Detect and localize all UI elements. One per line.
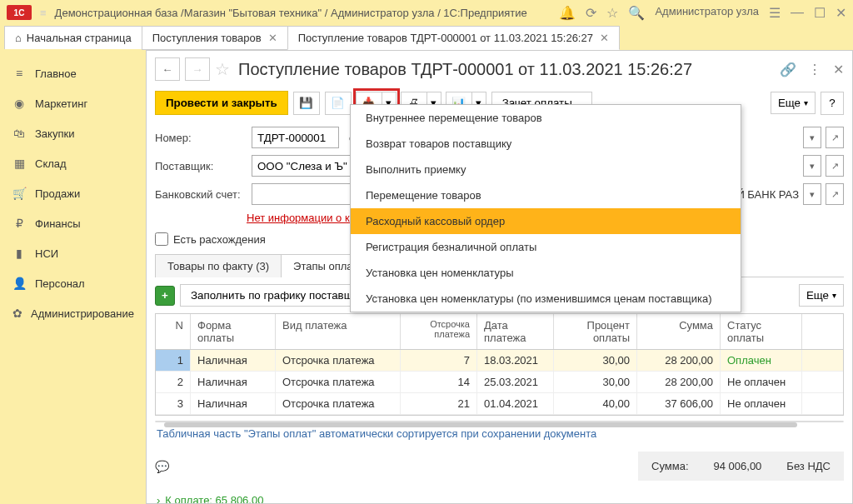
- more-button[interactable]: Еще ▾: [771, 92, 816, 114]
- cell-percent: 30,00: [554, 372, 637, 392]
- cart-icon: 🛒: [12, 186, 27, 201]
- col-delay[interactable]: Отсрочка платежа: [401, 314, 477, 349]
- sidebar-item-main[interactable]: ≡Главное: [0, 58, 146, 88]
- col-date[interactable]: Дата платежа: [477, 314, 554, 349]
- field-open-button[interactable]: ↗: [826, 183, 844, 205]
- table-row[interactable]: 2 Наличная Отсрочка платежа 14 25.03.202…: [156, 372, 843, 393]
- h-scrollbar[interactable]: [155, 421, 844, 422]
- vat-label: Без НДС: [786, 460, 831, 472]
- table-row[interactable]: 1 Наличная Отсрочка платежа 7 18.03.2021…: [156, 350, 843, 372]
- home-icon: ⌂: [15, 32, 22, 44]
- document-title: Поступление товаров ТДРТ-000001 от 11.03…: [238, 60, 775, 79]
- chevron-right-icon: ›: [157, 494, 160, 504]
- cell-date: 18.03.2021: [477, 350, 554, 371]
- help-button[interactable]: ?: [821, 92, 844, 115]
- user-label[interactable]: Администратор узла: [655, 5, 759, 21]
- marketing-icon: ◉: [12, 96, 27, 111]
- save-button[interactable]: 💾: [293, 92, 320, 115]
- logo-1c: 1C: [7, 5, 32, 20]
- sidebar-item-sales[interactable]: 🛒Продажи: [0, 178, 146, 208]
- table-row[interactable]: 3 Наличная Отсрочка платежа 21 01.04.202…: [156, 393, 843, 415]
- tab-receipts[interactable]: Поступления товаров ✕: [142, 26, 288, 50]
- bank-right-text: Й БАНК РАЗ: [736, 188, 799, 201]
- sidebar-item-personnel[interactable]: 👤Персонал: [0, 268, 146, 298]
- sidebar-label: Маркетинг: [35, 97, 87, 110]
- cell-type: Отсрочка платежа: [276, 372, 401, 392]
- post-close-button[interactable]: Провести и закрыть: [155, 91, 288, 115]
- cell-status: Оплачен: [721, 350, 802, 371]
- link-icon[interactable]: 🔗: [780, 62, 796, 77]
- chat-icon[interactable]: 💬: [155, 460, 169, 473]
- menu-item[interactable]: Регистрация безналичной оплаты: [351, 234, 741, 260]
- menu-item[interactable]: Внутреннее перемещение товаров: [351, 105, 741, 131]
- doc-header: ← → ☆ Поступление товаров ТДРТ-000001 от…: [147, 51, 852, 87]
- sidebar-label: Главное: [35, 67, 77, 80]
- titlebar: 1C ≡ Демонстрационная база /Магазин "Быт…: [0, 0, 853, 25]
- sidebar-item-warehouse[interactable]: ▦Склад: [0, 148, 146, 178]
- close-doc-icon[interactable]: ✕: [833, 62, 844, 77]
- field-open-button[interactable]: ↗: [826, 155, 844, 177]
- cell-n: 1: [156, 350, 191, 371]
- books-icon: ▮: [12, 246, 27, 261]
- col-status[interactable]: Статус оплаты: [721, 314, 802, 349]
- bank-input[interactable]: [252, 183, 360, 205]
- field-dropdown-button[interactable]: ▾: [803, 155, 821, 177]
- col-sum[interactable]: Сумма: [637, 314, 721, 349]
- history-icon[interactable]: ⟳: [586, 5, 596, 21]
- tab-document[interactable]: Поступление товаров ТДРТ-000001 от 11.03…: [287, 26, 620, 50]
- number-input[interactable]: [252, 127, 339, 148]
- field-dropdown-button[interactable]: ▾: [803, 127, 821, 148]
- tab-close-icon[interactable]: ✕: [600, 32, 609, 44]
- sidebar-item-admin[interactable]: ✿Администрирование: [0, 298, 146, 328]
- menu-item[interactable]: Возврат товаров поставщику: [351, 131, 741, 157]
- col-form[interactable]: Форма оплаты: [191, 314, 276, 349]
- menu-item[interactable]: Перемещение товаров: [351, 182, 741, 208]
- payments-grid: N Форма оплаты Вид платежа Отсрочка плат…: [155, 313, 844, 416]
- kebab-icon[interactable]: ⋮: [808, 62, 821, 77]
- nav-forward-button[interactable]: →: [185, 57, 210, 81]
- menu-item[interactable]: Выполнить приемку: [351, 157, 741, 182]
- fill-schedule-button[interactable]: Заполнить по графику поставщ: [180, 284, 364, 307]
- menu-item[interactable]: Установка цен номенклатуры (по изменивши…: [351, 286, 741, 312]
- tab-home-label: Начальная страница: [27, 32, 132, 44]
- field-dropdown-button[interactable]: ▾: [803, 183, 821, 205]
- discrepancy-label: Есть расхождения: [173, 233, 266, 246]
- to-pay-link[interactable]: › К оплате: 65 806,00: [147, 487, 852, 504]
- cell-delay: 21: [401, 393, 477, 414]
- sidebar-label: НСИ: [35, 247, 58, 260]
- tab-close-icon[interactable]: ✕: [268, 32, 277, 44]
- col-n[interactable]: N: [156, 314, 191, 349]
- settings-icon[interactable]: ☰: [769, 5, 781, 21]
- col-type[interactable]: Вид платежа: [276, 314, 401, 349]
- field-open-button[interactable]: ↗: [826, 127, 844, 148]
- close-icon[interactable]: ✕: [836, 5, 846, 21]
- sidebar-item-finance[interactable]: ₽Финансы: [0, 208, 146, 238]
- star-icon[interactable]: ☆: [606, 5, 618, 21]
- tab-goods[interactable]: Товары по факту (3): [155, 254, 282, 277]
- bag-icon: 🛍: [12, 126, 27, 141]
- bell-icon[interactable]: 🔔: [559, 5, 576, 21]
- sidebar-item-nsi[interactable]: ▮НСИ: [0, 238, 146, 268]
- grid-more-button[interactable]: Еще ▾: [799, 284, 844, 307]
- supplier-input[interactable]: [252, 155, 360, 177]
- minimize-icon[interactable]: —: [791, 5, 804, 21]
- window-title: Демонстрационная база /Магазин "Бытовая …: [55, 7, 551, 19]
- sidebar: ≡Главное ◉Маркетинг 🛍Закупки ▦Склад 🛒Про…: [0, 50, 146, 504]
- menu-item[interactable]: Установка цен номенклатуры: [351, 260, 741, 286]
- search-icon[interactable]: 🔍: [628, 5, 645, 21]
- to-pay-label: К оплате: 65 806,00: [165, 494, 263, 504]
- menu-item[interactable]: Расходный кассовый ордер: [351, 208, 741, 234]
- sidebar-item-purchases[interactable]: 🛍Закупки: [0, 118, 146, 148]
- col-percent[interactable]: Процент оплаты: [554, 314, 637, 349]
- summary-box: Сумма: 94 006,00 Без НДС: [638, 452, 844, 481]
- sidebar-item-marketing[interactable]: ◉Маркетинг: [0, 88, 146, 118]
- tab-home[interactable]: ⌂ Начальная страница: [4, 26, 142, 49]
- nav-back-button[interactable]: ←: [155, 57, 180, 81]
- cell-percent: 30,00: [554, 350, 637, 371]
- add-row-button[interactable]: +: [155, 286, 175, 306]
- post-button[interactable]: 📄: [325, 92, 352, 115]
- favorite-star-icon[interactable]: ☆: [215, 59, 230, 79]
- discrepancy-checkbox[interactable]: [155, 232, 168, 246]
- cell-date: 01.04.2021: [477, 393, 554, 414]
- maximize-icon[interactable]: ☐: [814, 5, 826, 21]
